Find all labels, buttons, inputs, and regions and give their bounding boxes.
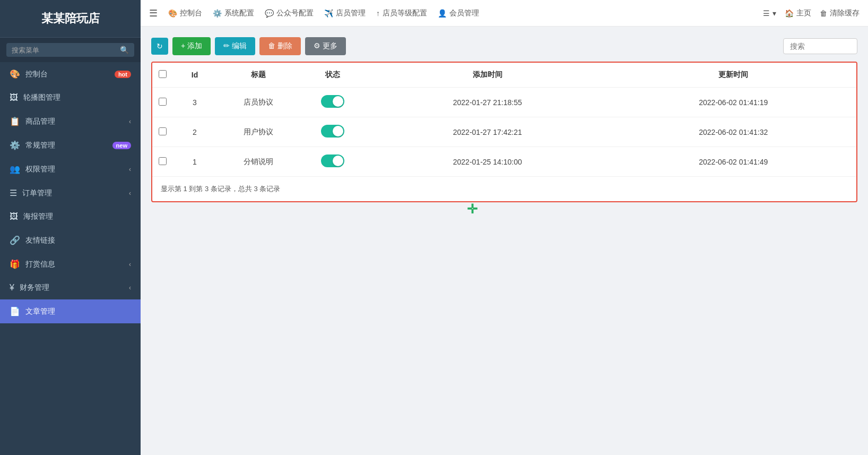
topnav-item-member[interactable]: 👤 会员管理 bbox=[438, 8, 479, 18]
sidebar-icon-dashboard: 🎨 bbox=[10, 69, 20, 79]
topnav-label-dashboard: 控制台 bbox=[180, 8, 202, 18]
topnav-item-sysconfig[interactable]: ⚙️ 系统配置 bbox=[213, 8, 254, 18]
topnav-label-sysconfig: 系统配置 bbox=[224, 8, 254, 18]
topnav-icon-dashboard: 🎨 bbox=[168, 9, 177, 18]
sidebar-search-inner: 🔍 bbox=[6, 43, 134, 57]
toggle-1[interactable] bbox=[321, 125, 344, 138]
sidebar-label-order: 订单管理 bbox=[22, 188, 52, 198]
sidebar-icon-general: ⚙️ bbox=[10, 140, 20, 150]
topnav-icon-member: 👤 bbox=[438, 9, 447, 18]
row-update-time-1: 2022-06-02 01:41:32 bbox=[611, 117, 857, 147]
table-header-row: Id 标题 状态 添加时间 更新时间 bbox=[152, 63, 856, 88]
delete-button[interactable]: 🗑 删除 bbox=[259, 37, 301, 55]
sidebar-badge-general: new bbox=[112, 142, 131, 149]
sidebar-label-poster: 海报管理 bbox=[23, 212, 53, 221]
menu-toggle-icon[interactable]: ☰ bbox=[149, 7, 158, 19]
topnav-clear-cache[interactable]: 🗑 清除缓存 bbox=[820, 8, 860, 18]
more-button[interactable]: ⚙ 更多 bbox=[305, 37, 346, 55]
row-select-2[interactable] bbox=[159, 157, 167, 165]
sidebar-label-dashboard: 控制台 bbox=[25, 70, 48, 79]
add-button[interactable]: + 添加 bbox=[172, 37, 211, 55]
home-icon: 🏠 bbox=[785, 9, 794, 18]
data-table: Id 标题 状态 添加时间 更新时间 3 店员协议 2022-01-27 21:… bbox=[152, 63, 856, 176]
th-id: Id bbox=[173, 63, 216, 88]
topnav-menu-dropdown[interactable]: ☰ ▾ bbox=[763, 9, 776, 18]
row-add-time-0: 2022-01-27 21:18:55 bbox=[364, 88, 611, 117]
sidebar-item-finance[interactable]: ¥ 财务管理 ‹ bbox=[0, 276, 141, 299]
sidebar-label-carousel: 轮播图管理 bbox=[23, 93, 60, 102]
sidebar-icon-carousel: 🖼 bbox=[10, 93, 18, 102]
topnav-items: 🎨 控制台 ⚙️ 系统配置 💬 公众号配置 ✈️ 店员管理 ↑ 店员等级配置 👤… bbox=[168, 8, 479, 18]
row-add-time-1: 2022-01-27 17:42:21 bbox=[364, 117, 611, 147]
topnav-icon-sysconfig: ⚙️ bbox=[213, 9, 222, 18]
topnav-home-label: 主页 bbox=[796, 8, 811, 18]
row-title-0: 店员协议 bbox=[216, 88, 301, 117]
sidebar-item-carousel[interactable]: 🖼 轮播图管理 bbox=[0, 86, 141, 109]
arrow-icon-order: ‹ bbox=[129, 190, 131, 197]
row-id-0: 3 bbox=[173, 88, 216, 117]
topnav-item-dashboard[interactable]: 🎨 控制台 bbox=[168, 8, 202, 18]
table-body: 3 店员协议 2022-01-27 21:18:55 2022-06-02 01… bbox=[152, 88, 856, 177]
search-input[interactable] bbox=[783, 38, 857, 54]
table-row: 1 分销说明 2022-01-25 14:10:00 2022-06-02 01… bbox=[152, 147, 856, 177]
row-id-2: 1 bbox=[173, 147, 216, 177]
th-add-time: 添加时间 bbox=[364, 63, 611, 88]
sidebar-item-poster[interactable]: 🖼 海报管理 bbox=[0, 205, 141, 228]
row-status-2 bbox=[301, 147, 364, 177]
row-status-0 bbox=[301, 88, 364, 117]
sidebar-label-links: 友情链接 bbox=[25, 236, 55, 245]
sidebar-label-tips: 打赏信息 bbox=[25, 260, 55, 269]
sidebar-icon-links: 🔗 bbox=[10, 235, 20, 245]
trash-icon: 🗑 bbox=[820, 9, 827, 18]
sidebar-item-order[interactable]: ☰ 订单管理 ‹ bbox=[0, 181, 141, 205]
topnav-icon-wechat: 💬 bbox=[265, 9, 274, 18]
refresh-icon: ↻ bbox=[157, 42, 163, 50]
sidebar-item-dashboard[interactable]: 🎨 控制台 hot bbox=[0, 62, 141, 86]
arrow-icon-finance: ‹ bbox=[129, 284, 131, 291]
topnav-label-stafflevel: 店员等级配置 bbox=[383, 8, 427, 18]
toggle-0[interactable] bbox=[321, 95, 344, 108]
topnav-icon-stafflevel: ↑ bbox=[376, 9, 380, 18]
select-all-checkbox[interactable] bbox=[159, 70, 167, 78]
sidebar-label-goods: 商品管理 bbox=[25, 117, 55, 126]
row-update-time-0: 2022-06-02 01:41:19 bbox=[611, 88, 857, 117]
sidebar-item-goods[interactable]: 📋 商品管理 ‹ bbox=[0, 109, 141, 133]
row-select-0[interactable] bbox=[159, 98, 167, 106]
topnav-item-staff[interactable]: ✈️ 店员管理 bbox=[324, 8, 366, 18]
th-checkbox bbox=[152, 63, 173, 88]
sidebar-item-permission[interactable]: 👥 权限管理 ‹ bbox=[0, 157, 141, 181]
th-status: 状态 bbox=[301, 63, 364, 88]
row-update-time-2: 2022-06-02 01:41:49 bbox=[611, 147, 857, 177]
table-row: 3 店员协议 2022-01-27 21:18:55 2022-06-02 01… bbox=[152, 88, 856, 117]
sidebar-item-general[interactable]: ⚙️ 常规管理 new bbox=[0, 133, 141, 157]
row-checkbox-1 bbox=[152, 117, 173, 147]
topnav-label-member: 会员管理 bbox=[449, 8, 479, 18]
sidebar-icon-poster: 🖼 bbox=[10, 212, 18, 221]
table-row: 2 用户协议 2022-01-27 17:42:21 2022-06-02 01… bbox=[152, 117, 856, 147]
sidebar-icon-finance: ¥ bbox=[10, 283, 14, 293]
toggle-2[interactable] bbox=[321, 154, 344, 167]
topnav-label-staff: 店员管理 bbox=[336, 8, 366, 18]
topnav-item-stafflevel[interactable]: ↑ 店员等级配置 bbox=[376, 8, 427, 18]
hamburger-icon: ☰ bbox=[763, 9, 770, 18]
th-title: 标题 bbox=[216, 63, 301, 88]
edit-button[interactable]: ✏ 编辑 bbox=[215, 37, 255, 55]
sidebar-badge-dashboard: hot bbox=[115, 71, 131, 78]
row-select-1[interactable] bbox=[159, 127, 167, 135]
sidebar-icon-article: 📄 bbox=[10, 306, 20, 316]
toolbar: ↻ + 添加 ✏ 编辑 🗑 删除 ⚙ 更多 bbox=[151, 37, 857, 55]
sidebar-label-finance: 财务管理 bbox=[20, 283, 49, 293]
row-status-1 bbox=[301, 117, 364, 147]
sidebar-item-tips[interactable]: 🎁 打赏信息 ‹ bbox=[0, 252, 141, 276]
topnav-item-wechat[interactable]: 💬 公众号配置 bbox=[265, 8, 314, 18]
topnav-label-wechat: 公众号配置 bbox=[276, 8, 314, 18]
search-icon[interactable]: 🔍 bbox=[120, 46, 129, 54]
topnav-clear-cache-label: 清除缓存 bbox=[830, 8, 860, 18]
sidebar-search-container: 🔍 bbox=[0, 38, 141, 62]
sidebar-item-article[interactable]: 📄 文章管理 bbox=[0, 299, 141, 323]
refresh-button[interactable]: ↻ bbox=[151, 38, 168, 55]
topnav-home[interactable]: 🏠 主页 bbox=[785, 8, 811, 18]
sidebar-search-input[interactable] bbox=[12, 46, 120, 54]
sidebar-logo: 某某陪玩店 bbox=[0, 0, 141, 38]
sidebar-item-links[interactable]: 🔗 友情链接 bbox=[0, 228, 141, 252]
